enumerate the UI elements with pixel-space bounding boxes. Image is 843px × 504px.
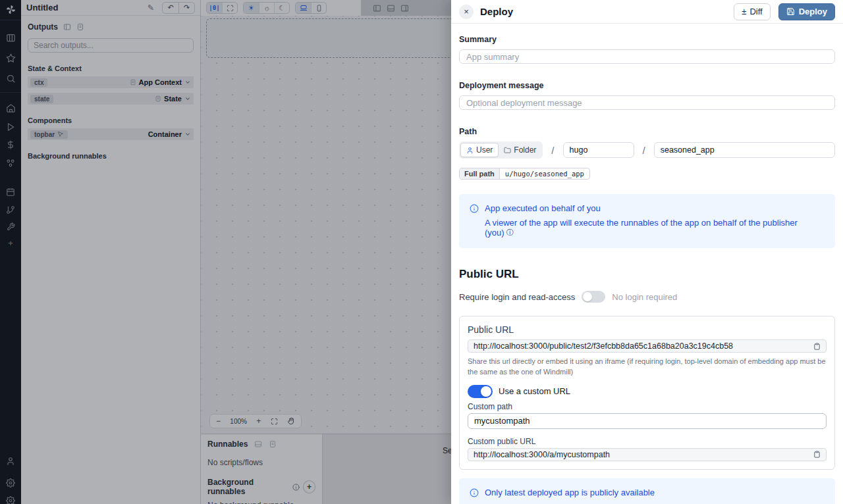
- summary-label: Summary: [459, 35, 835, 44]
- path-owner-input[interactable]: [563, 142, 634, 158]
- path-separator: /: [551, 145, 554, 156]
- latest-deploy-info-box: Only latest deployed app is publicly ava…: [459, 478, 835, 504]
- full-path-label: Full path: [460, 168, 500, 179]
- public-url-value: http://localhost:3000/public/test2/f3efc…: [474, 341, 808, 351]
- public-url-box: Public URL http://localhost:3000/public/…: [459, 316, 835, 470]
- custom-url-toggle[interactable]: [468, 385, 493, 398]
- custom-public-url-field[interactable]: http://localhost:3000/a/mycustompath: [468, 448, 827, 461]
- share-hint: Share this url directly or embed it usin…: [468, 357, 827, 378]
- plus-minus-icon: ±: [742, 7, 746, 16]
- copy-clipboard-icon[interactable]: [813, 343, 821, 350]
- copy-clipboard-icon[interactable]: [813, 451, 821, 458]
- user-icon: [466, 147, 474, 154]
- path-name-input[interactable]: [654, 142, 835, 158]
- save-icon: [786, 7, 795, 16]
- path-separator: /: [643, 145, 645, 156]
- close-icon[interactable]: ×: [459, 5, 474, 19]
- owner-kind-folder[interactable]: Folder: [499, 143, 541, 157]
- behalf-info-box: App executed on behalf of you A viewer o…: [459, 194, 835, 248]
- behalf-title: App executed on behalf of you: [485, 203, 601, 213]
- latest-deploy-title: Only latest deployed app is publicly ava…: [485, 488, 655, 497]
- public-url-heading: Public URL: [459, 268, 835, 281]
- require-login-row: Require login and read-access No login r…: [459, 291, 835, 303]
- public-url-field[interactable]: http://localhost:3000/public/test2/f3efc…: [468, 340, 827, 353]
- custom-public-url-label: Custom public URL: [468, 437, 827, 446]
- info-icon[interactable]: ⓘ: [506, 228, 514, 236]
- login-status-text: No login required: [612, 292, 677, 302]
- path-row: User Folder / /: [459, 141, 835, 159]
- diff-button[interactable]: ±Diff: [734, 3, 770, 20]
- full-path-value: u/hugo/seasoned_app: [500, 168, 589, 179]
- behalf-body: A viewer of the app will execute the run…: [485, 218, 798, 238]
- custom-path-input[interactable]: [468, 413, 827, 429]
- custom-path-label: Custom path: [468, 402, 827, 411]
- drawer-title: Deploy: [480, 6, 513, 17]
- drawer-header: × Deploy ±Diff Deploy: [451, 0, 843, 24]
- app-root: + Untitled ✎ ↶ ↷ Outputs State & Context…: [0, 0, 843, 504]
- owner-kind-user[interactable]: User: [460, 143, 499, 157]
- folder-icon: [504, 147, 511, 154]
- deployment-message-input[interactable]: [459, 95, 835, 110]
- info-icon: [470, 204, 479, 213]
- path-label: Path: [459, 127, 835, 136]
- deploy-drawer: × Deploy ±Diff Deploy Summary Deployment…: [451, 0, 843, 504]
- custom-url-toggle-row: Use a custom URL: [468, 385, 827, 398]
- require-login-label: Require login and read-access: [459, 292, 575, 302]
- deploy-button[interactable]: Deploy: [778, 3, 835, 20]
- full-path-badge: Full path u/hugo/seasoned_app: [459, 168, 590, 180]
- info-icon: [470, 488, 479, 497]
- custom-public-url-value: http://localhost:3000/a/mycustompath: [474, 450, 808, 459]
- summary-input[interactable]: [459, 49, 835, 64]
- require-login-toggle[interactable]: [582, 291, 605, 303]
- owner-kind-group: User Folder: [459, 141, 543, 159]
- public-url-box-title: Public URL: [468, 324, 827, 335]
- custom-url-toggle-label: Use a custom URL: [499, 386, 570, 396]
- drawer-backdrop[interactable]: [0, 0, 451, 504]
- deployment-message-label: Deployment message: [459, 81, 835, 90]
